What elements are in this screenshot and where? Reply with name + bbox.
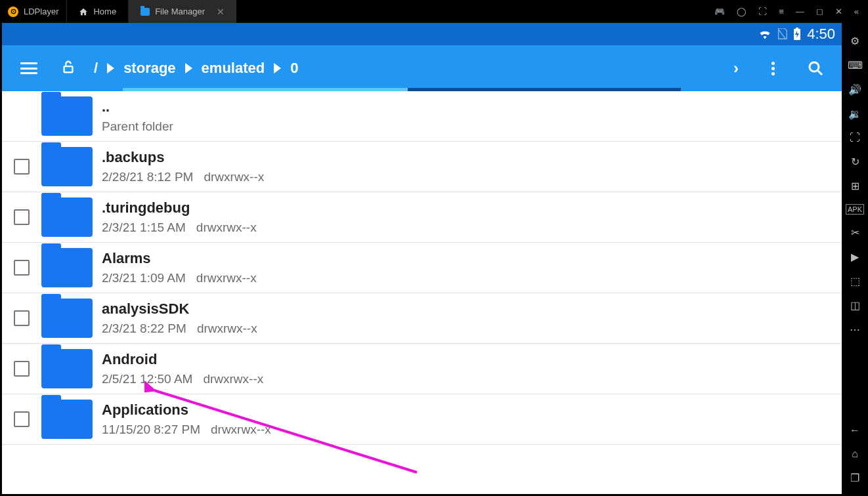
close-icon[interactable]: ✕: [217, 7, 225, 17]
svg-line-4: [818, 71, 822, 75]
checkbox[interactable]: [14, 159, 30, 175]
file-date: 11/15/20 8:27 PM: [102, 423, 200, 437]
folder-icon: [41, 349, 93, 388]
multi-instance-icon[interactable]: ⊞: [851, 180, 859, 192]
overflow-menu-button[interactable]: [771, 62, 775, 75]
titlebar-controls: 🎮 ◯ ⛶ ≡ — ◻ ✕ «: [714, 7, 868, 16]
wifi-icon: [758, 29, 771, 39]
screenshot-icon[interactable]: ⛶: [758, 7, 767, 16]
file-row[interactable]: Alarms 2/3/21 1:09 AM drwxrwx--x: [2, 243, 842, 293]
folder-icon: [41, 248, 93, 287]
sync-icon[interactable]: ↻: [851, 155, 859, 168]
app-window: 4:50 / storage emulated 0 ›: [2, 23, 842, 494]
fullscreen-icon[interactable]: ⛶: [850, 132, 860, 144]
svg-rect-2: [64, 66, 73, 72]
file-row[interactable]: .backups 2/28/21 8:12 PM drwxrwx--x: [2, 142, 842, 192]
search-button[interactable]: [808, 60, 823, 76]
no-sim-icon: [777, 28, 787, 40]
file-date: 2/28/21 8:12 PM: [102, 170, 193, 184]
keyboard-icon[interactable]: ⌨: [848, 59, 863, 72]
battery-charging-icon: [792, 28, 802, 41]
parent-folder-row[interactable]: .. Parent folder: [2, 91, 842, 142]
apk-icon[interactable]: APK: [846, 204, 864, 215]
window-titlebar: ⊙ LDPlayer Home File Manager ✕ 🎮 ◯ ⛶ ≡ —…: [0, 0, 868, 23]
checkbox[interactable]: [14, 361, 30, 377]
checkbox[interactable]: [14, 209, 30, 225]
brand-label: LDPlayer: [24, 7, 58, 16]
file-date: 2/5/21 12:50 AM: [102, 372, 192, 386]
collapse-sidebar-icon[interactable]: «: [854, 7, 859, 16]
recents-icon[interactable]: ❐: [850, 472, 859, 484]
emulator-sidebar: ⚙ ⌨ 🔊 🔉 ⛶ ↻ ⊞ APK ✂ ▶ ⬚ ◫ ⋯ ← ⌂ ❐: [842, 23, 868, 496]
breadcrumb-segment[interactable]: 0: [290, 60, 298, 77]
file-permissions: drwxrwx--x: [204, 170, 264, 184]
volume-up-icon[interactable]: 🔊: [848, 83, 861, 96]
unlock-icon: [61, 60, 76, 74]
file-date: 2/3/21 1:09 AM: [102, 271, 186, 285]
android-home-icon[interactable]: ⌂: [852, 448, 858, 460]
file-row[interactable]: Applications 11/15/20 8:27 PM drwxrwx--x: [2, 394, 842, 445]
file-date: 2/3/21 8:22 PM: [102, 321, 186, 336]
app-toolbar: / storage emulated 0 ›: [2, 45, 842, 91]
chevron-right-icon: [274, 63, 281, 73]
file-permissions: drwxrwx--x: [196, 220, 257, 235]
more-icon[interactable]: ⋯: [850, 323, 860, 336]
tab-label: Home: [93, 7, 116, 16]
file-name: ..: [102, 98, 842, 115]
clock: 4:50: [807, 26, 835, 43]
breadcrumb-segment[interactable]: storage: [123, 60, 175, 77]
file-desc: Parent folder: [102, 119, 173, 134]
android-statusbar: 4:50: [2, 23, 842, 45]
tab-label: File Manager: [155, 7, 205, 16]
file-name: Android: [102, 351, 842, 368]
lock-button[interactable]: [49, 53, 94, 83]
scissors-icon[interactable]: ✂: [851, 226, 859, 239]
file-permissions: drwxrwx--x: [197, 321, 257, 336]
breadcrumb-root[interactable]: /: [94, 60, 98, 77]
back-icon[interactable]: ←: [850, 424, 860, 436]
home-icon: [79, 7, 88, 16]
file-name: Alarms: [102, 250, 842, 267]
file-permissions: drwxrwx--x: [203, 372, 263, 386]
folder-icon: [41, 299, 93, 338]
file-row[interactable]: analysisSDK 2/3/21 8:22 PM drwxrwx--x: [2, 293, 842, 344]
breadcrumb-segment[interactable]: emulated: [202, 60, 265, 77]
storage-usage-fill: [123, 88, 408, 91]
close-window-icon[interactable]: ✕: [835, 7, 842, 16]
shake-icon[interactable]: ◫: [850, 299, 860, 312]
menu-icon[interactable]: ≡: [779, 7, 784, 16]
video-icon[interactable]: ▶: [851, 251, 859, 263]
chevron-right-icon: [107, 63, 114, 73]
gamepad-icon[interactable]: 🎮: [714, 7, 725, 16]
checkbox[interactable]: [14, 310, 30, 326]
settings-icon[interactable]: ⚙: [850, 35, 859, 47]
svg-point-3: [810, 62, 819, 72]
user-icon[interactable]: ◯: [737, 7, 747, 16]
file-name: Applications: [102, 402, 842, 419]
forward-button[interactable]: ›: [733, 59, 739, 77]
brand: ⊙ LDPlayer: [0, 0, 66, 23]
folder-icon: [41, 197, 93, 237]
tab-file-manager[interactable]: File Manager ✕: [128, 0, 236, 23]
volume-down-icon[interactable]: 🔉: [848, 108, 861, 120]
chevron-right-icon: [185, 63, 192, 73]
storage-usage-bar: [123, 88, 681, 91]
tab-home[interactable]: Home: [66, 0, 128, 23]
checkbox[interactable]: [14, 260, 30, 276]
checkbox[interactable]: [14, 411, 30, 427]
file-list[interactable]: .. Parent folder .backups 2/28/21 8:12 P…: [2, 91, 842, 494]
file-name: .turingdebug: [102, 199, 842, 217]
maximize-icon[interactable]: ◻: [816, 7, 823, 16]
hamburger-icon: [20, 62, 37, 74]
folder-icon: [41, 400, 93, 439]
shared-folder-icon[interactable]: ⬚: [850, 275, 860, 287]
minimize-icon[interactable]: —: [796, 7, 804, 16]
file-name: .backups: [102, 149, 842, 166]
file-row[interactable]: .turingdebug 2/3/21 1:15 AM drwxrwx--x: [2, 192, 842, 243]
hamburger-button[interactable]: [9, 56, 49, 81]
file-permissions: drwxrwx--x: [196, 271, 257, 285]
file-row[interactable]: Android 2/5/21 12:50 AM drwxrwx--x: [2, 344, 842, 394]
breadcrumb[interactable]: / storage emulated 0: [94, 60, 298, 77]
file-date: 2/3/21 1:15 AM: [102, 220, 186, 235]
folder-icon: [41, 96, 93, 136]
